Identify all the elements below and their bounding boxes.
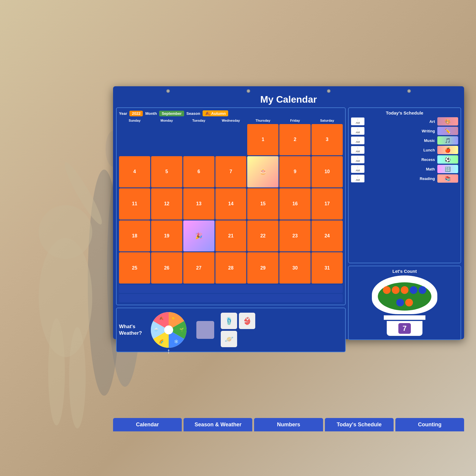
- board-title: My Calendar: [116, 94, 461, 105]
- schedule-row-art: :AM Art 🎨: [351, 117, 458, 126]
- tab-calendar[interactable]: Calendar: [113, 418, 182, 431]
- cal-empty-2: [151, 124, 182, 155]
- count-panel: Let's Count: [348, 266, 461, 340]
- label-reading: Reading: [366, 176, 436, 181]
- count-pedestal: 7: [387, 321, 422, 336]
- day-sun: Sunday: [119, 118, 150, 123]
- birthday-inner: 🎂: [247, 156, 278, 187]
- svg-text:☀️: ☀️: [171, 316, 176, 320]
- dot-4: [410, 286, 417, 294]
- day-sat: Saturday: [311, 118, 343, 123]
- label-recess: Recess: [366, 157, 436, 162]
- cal-date-7: 7: [215, 156, 247, 187]
- cal-date-23: 23: [279, 220, 311, 252]
- time-writing: :AM: [351, 127, 364, 135]
- cal-date-10: 10: [311, 156, 343, 187]
- count-title: Let's Count: [351, 269, 458, 274]
- weather-icon-sandals: 🩴: [221, 313, 237, 329]
- time-art: :AM: [351, 118, 364, 125]
- weather-icon-swimsuit: 👙: [239, 313, 255, 329]
- svg-point-6: [48, 318, 65, 425]
- cal-date-11: 11: [119, 188, 150, 220]
- cal-date-2: 2: [279, 124, 311, 155]
- img-recess: ⚽: [437, 155, 458, 164]
- img-math: 🔢: [437, 165, 458, 173]
- cal-empty-1: [119, 124, 150, 155]
- img-writing: ✏️: [437, 127, 458, 135]
- hole-1: [166, 89, 170, 93]
- calendar-header: Year 2022 Month September Season 🍂 Autum…: [119, 110, 343, 116]
- weather-panel: What'sWeather?: [116, 308, 346, 352]
- time-recess: :AM: [351, 156, 364, 163]
- calendar-grid: 1 2 3 4 5 6 7 🎂 9 10 11 12 13: [119, 124, 343, 284]
- hanging-holes: [116, 89, 461, 93]
- time-lunch: :AM: [351, 146, 364, 154]
- svg-point-9: [164, 325, 173, 334]
- count-display: 7: [351, 275, 458, 336]
- cal-empty-3: [183, 124, 214, 155]
- img-lunch: 🍎: [437, 146, 458, 154]
- cal-date-15: 15: [247, 188, 278, 220]
- bottom-tabs: Calendar Season & Weather Numbers Today'…: [113, 418, 464, 431]
- img-reading: 📚: [437, 174, 458, 183]
- time-reading: :AM: [351, 175, 364, 182]
- tab-numbers[interactable]: Numbers: [254, 418, 323, 431]
- weather-icon-grid: 🩴 👙 🪐: [221, 313, 255, 347]
- dot-3: [401, 286, 408, 294]
- cal-date-21: 21: [215, 220, 247, 252]
- svg-text:🌈: 🌈: [159, 339, 164, 344]
- schedule-row-recess: :AM Recess ⚽: [351, 155, 458, 164]
- cal-date-28: 28: [215, 252, 247, 284]
- cal-date-14: 14: [215, 188, 247, 220]
- count-number: 7: [398, 323, 411, 334]
- extra-row-1: [119, 285, 343, 293]
- dot-7: [405, 299, 413, 306]
- svg-text:❄️: ❄️: [174, 339, 178, 344]
- tab-todays-schedule[interactable]: Today's Schedule: [325, 418, 394, 431]
- month-badge: September: [159, 111, 184, 116]
- weather-wheel: ☀️ 🌱 ❄️ 🌈 🌧️ 🍂: [149, 311, 188, 349]
- svg-point-7: [69, 327, 86, 428]
- tab-counting[interactable]: Counting: [395, 418, 464, 431]
- season-badge: 🍂 Autumn: [203, 110, 228, 116]
- count-bowl: [372, 275, 437, 314]
- tab-season-weather[interactable]: Season & Weather: [184, 418, 252, 431]
- schedule-row-reading: :AM Reading 📚: [351, 174, 458, 183]
- cal-date-6: 6: [183, 156, 214, 187]
- hole-3: [327, 89, 331, 93]
- season-value: Autumn: [211, 111, 226, 116]
- season-label: Season: [187, 111, 200, 116]
- dot-6: [396, 299, 404, 306]
- bowl-stem: [384, 315, 425, 320]
- img-music: 🎵: [437, 136, 458, 145]
- schedule-row-math: :AM Math 🔢: [351, 165, 458, 173]
- cal-party-20: 🎉: [183, 220, 214, 252]
- year-label: Year: [119, 111, 127, 116]
- day-fri: Friday: [279, 118, 311, 123]
- weather-arrow: ↑: [167, 347, 170, 355]
- label-lunch: Lunch: [366, 148, 436, 152]
- dot-5: [419, 286, 426, 294]
- svg-text:🌧️: 🌧️: [154, 327, 158, 332]
- cal-date-4: 4: [119, 156, 150, 187]
- cal-date-16: 16: [279, 188, 311, 220]
- cal-date-19: 19: [151, 220, 182, 252]
- label-math: Math: [366, 167, 436, 171]
- cal-date-26: 26: [151, 252, 182, 284]
- cal-date-31: 31: [311, 252, 343, 284]
- cal-date-12: 12: [151, 188, 182, 220]
- day-headers: Sunday Monday Tuesday Wednesday Thursday…: [119, 118, 343, 123]
- dot-1: [383, 286, 391, 294]
- label-writing: Writing: [366, 129, 436, 133]
- weather-icon-lifebuoy: 🪐: [221, 331, 237, 347]
- year-badge: 2022: [129, 111, 143, 116]
- calendar-panel: Year 2022 Month September Season 🍂 Autum…: [116, 107, 346, 305]
- schedule-panel: Today's Schedule :AM Art 🎨 :AM Writing ✏…: [348, 107, 461, 263]
- cal-birthday-8: 🎂: [247, 156, 278, 187]
- time-math: :AM: [351, 165, 364, 173]
- count-bowl-inner: [378, 282, 431, 311]
- extra-row-2: [119, 294, 343, 302]
- cal-empty-4: [215, 124, 247, 155]
- schedule-row-music: :AM Music 🎵: [351, 136, 458, 145]
- day-mon: Monday: [151, 118, 182, 123]
